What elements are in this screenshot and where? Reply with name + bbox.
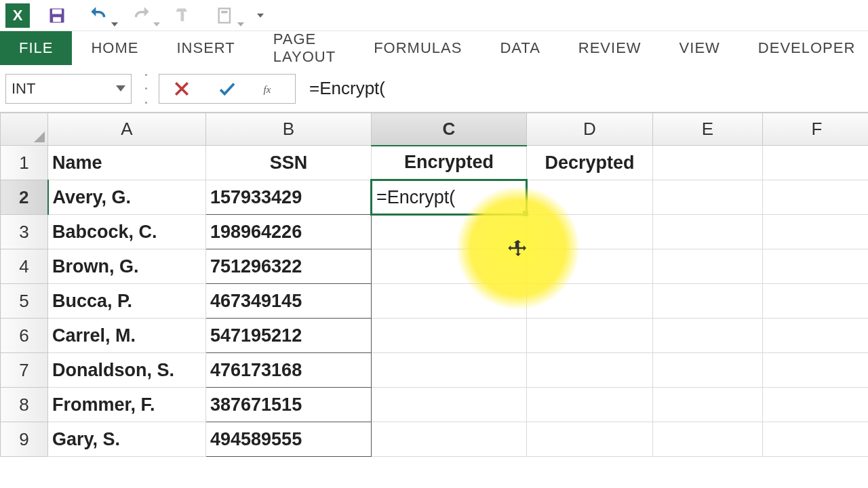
tab-data[interactable]: DATA — [481, 31, 559, 65]
cell-A8[interactable]: Frommer, F. — [48, 388, 206, 422]
cell-B8[interactable]: 387671515 — [206, 388, 372, 422]
cell-D7[interactable] — [527, 353, 653, 388]
cell-B4[interactable]: 751296322 — [206, 249, 372, 284]
enter-formula-button[interactable] — [205, 75, 250, 103]
cell-C9[interactable] — [372, 422, 527, 457]
customize-qat-button[interactable] — [252, 3, 269, 28]
save-button[interactable] — [42, 3, 72, 28]
cell-E6[interactable] — [653, 319, 763, 353]
tab-review[interactable]: REVIEW — [559, 31, 660, 65]
row-header-6[interactable]: 6 — [1, 319, 48, 353]
undo-button[interactable] — [84, 3, 114, 28]
col-header-B[interactable]: B — [206, 113, 372, 146]
cell-B3[interactable]: 198964226 — [206, 215, 372, 249]
cell-F7[interactable] — [763, 353, 869, 388]
cell-C1[interactable]: Encrypted — [372, 146, 527, 180]
cell-E4[interactable] — [653, 249, 763, 284]
cell-C7[interactable] — [372, 353, 527, 388]
cell-F4[interactable] — [763, 249, 869, 284]
row-header-4[interactable]: 4 — [1, 249, 48, 284]
cell-F6[interactable] — [763, 319, 869, 353]
cell-A4[interactable]: Brown, G. — [48, 249, 206, 284]
tab-page-layout[interactable]: PAGE LAYOUT — [254, 31, 355, 65]
close-icon — [172, 79, 192, 99]
cell-B9[interactable]: 494589555 — [206, 422, 372, 457]
col-header-D[interactable]: D — [527, 113, 653, 146]
cell-C3[interactable] — [372, 215, 527, 249]
cell-A7[interactable]: Donaldson, S. — [48, 353, 206, 388]
format-painter-button[interactable] — [168, 3, 198, 28]
excel-logo — [5, 3, 30, 28]
tab-insert[interactable]: INSERT — [157, 31, 254, 65]
cell-C5[interactable] — [372, 284, 527, 319]
col-header-E[interactable]: E — [653, 113, 763, 146]
cell-D4[interactable] — [527, 249, 653, 284]
cell-D3[interactable] — [527, 215, 653, 249]
row-header-3[interactable]: 3 — [1, 215, 48, 249]
cancel-formula-button[interactable] — [159, 75, 205, 103]
cell-D6[interactable] — [527, 319, 653, 353]
tab-developer[interactable]: DEVELOPER — [739, 31, 868, 65]
cell-D1[interactable]: Decrypted — [527, 146, 653, 180]
cell-B7[interactable]: 476173168 — [206, 353, 372, 388]
cell-E2[interactable] — [653, 180, 763, 215]
tab-formulas[interactable]: FORMULAS — [355, 31, 481, 65]
row-header-9[interactable]: 9 — [1, 422, 48, 457]
svg-rect-5 — [221, 11, 227, 14]
formula-input[interactable] — [296, 74, 863, 104]
row-9: 9 Gary, S. 494589555 — [1, 422, 869, 457]
row-2: 2 Avery, G. 157933429 =Encrypt( — [1, 180, 869, 215]
select-all-corner[interactable] — [1, 113, 48, 146]
cell-B6[interactable]: 547195212 — [206, 319, 372, 353]
row-header-8[interactable]: 8 — [1, 388, 48, 422]
cell-D8[interactable] — [527, 388, 653, 422]
col-header-F[interactable]: F — [763, 113, 869, 146]
tab-file[interactable]: FILE — [0, 31, 72, 65]
row-header-7[interactable]: 7 — [1, 353, 48, 388]
worksheet: A B C D E F 1 Name SSN Encrypted Decrypt… — [0, 113, 868, 457]
cell-F2[interactable] — [763, 180, 869, 215]
cell-A3[interactable]: Babcock, C. — [48, 215, 206, 249]
cell-D9[interactable] — [527, 422, 653, 457]
cell-C4[interactable] — [372, 249, 527, 284]
cell-F9[interactable] — [763, 422, 869, 457]
cell-E7[interactable] — [653, 353, 763, 388]
cell-B2[interactable]: 157933429 — [206, 180, 372, 215]
col-header-C[interactable]: C — [372, 113, 527, 146]
cell-D5[interactable] — [527, 284, 653, 319]
cell-C6[interactable] — [372, 319, 527, 353]
cell-A2[interactable]: Avery, G. — [48, 180, 206, 215]
cell-E5[interactable] — [653, 284, 763, 319]
cell-A5[interactable]: Bucca, P. — [48, 284, 206, 319]
cell-D2[interactable] — [527, 180, 653, 215]
name-box[interactable]: INT — [5, 74, 132, 104]
cell-C2[interactable]: =Encrypt( — [372, 180, 527, 215]
cell-E8[interactable] — [653, 388, 763, 422]
cell-A6[interactable]: Carrel, M. — [48, 319, 206, 353]
redo-button[interactable] — [126, 3, 156, 28]
cell-B5[interactable]: 467349145 — [206, 284, 372, 319]
tab-view[interactable]: VIEW — [660, 31, 739, 65]
cell-F5[interactable] — [763, 284, 869, 319]
tab-home[interactable]: HOME — [72, 31, 157, 65]
cell-C8[interactable] — [372, 388, 527, 422]
expand-formula-bar[interactable] — [142, 74, 149, 104]
insert-function-button[interactable]: fx — [250, 75, 295, 103]
cell-F3[interactable] — [763, 215, 869, 249]
cell-F8[interactable] — [763, 388, 869, 422]
svg-rect-1 — [52, 9, 62, 14]
row-header-2[interactable]: 2 — [1, 180, 48, 215]
cell-E1[interactable] — [653, 146, 763, 180]
cell-E9[interactable] — [653, 422, 763, 457]
row-header-1[interactable]: 1 — [1, 146, 48, 180]
cell-A9[interactable]: Gary, S. — [48, 422, 206, 457]
cell-B1[interactable]: SSN — [206, 146, 372, 180]
row-header-5[interactable]: 5 — [1, 284, 48, 319]
paste-options-button[interactable] — [210, 3, 240, 28]
col-header-A[interactable]: A — [48, 113, 206, 146]
cell-F1[interactable] — [763, 146, 869, 180]
row-8: 8 Frommer, F. 387671515 — [1, 388, 869, 422]
grid[interactable]: A B C D E F 1 Name SSN Encrypted Decrypt… — [0, 113, 868, 457]
cell-E3[interactable] — [653, 215, 763, 249]
cell-A1[interactable]: Name — [48, 146, 206, 180]
